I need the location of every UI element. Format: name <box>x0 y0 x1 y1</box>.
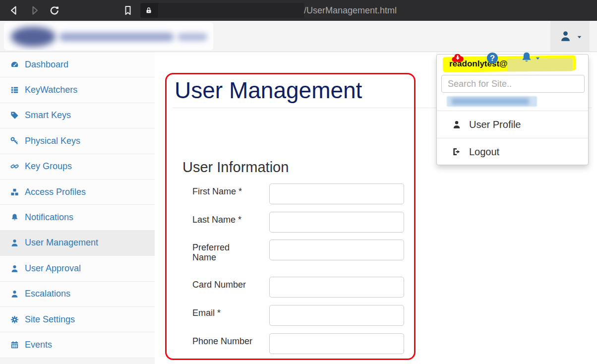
sidebar-item-physical-keys[interactable]: Physical Keys <box>0 128 155 154</box>
last-name-input[interactable] <box>269 212 404 233</box>
sidebar-item-label: Escalations <box>25 289 70 299</box>
forward-icon[interactable] <box>29 4 41 16</box>
menu-item-label: User Profile <box>469 119 521 130</box>
sidebar-item-label: Access Profiles <box>25 187 86 197</box>
url-bar[interactable] <box>140 3 304 18</box>
key-icon <box>10 136 19 146</box>
url-text: /UserManagement.html <box>304 0 397 21</box>
list-icon <box>10 85 19 95</box>
notifications-bell-icon[interactable] <box>520 51 534 64</box>
bookmark-icon[interactable] <box>122 4 134 16</box>
phone-number-input[interactable] <box>269 333 404 354</box>
logo-blur-blob <box>11 27 56 47</box>
card-number-input[interactable] <box>269 277 404 298</box>
logo-blur-text-tail <box>178 33 207 41</box>
app-header: ? <box>0 21 597 52</box>
dashboard-icon <box>10 60 19 69</box>
sidebar-item-label: Physical Keys <box>25 136 80 146</box>
account-menu-toggle[interactable] <box>550 21 590 52</box>
app-logo-redacted <box>4 22 213 50</box>
redacted-url <box>158 3 304 18</box>
sidebar-item-label: User Approval <box>25 263 81 274</box>
email-label: Email * <box>192 308 253 318</box>
card-number-label: Card Number <box>192 280 253 290</box>
cloud-download-icon[interactable] <box>451 51 465 65</box>
page-title: User Management <box>175 78 362 103</box>
logout-icon <box>452 147 462 157</box>
sidebar-item-notifications[interactable]: Notifications <box>0 205 155 230</box>
account-user-icon <box>559 29 572 43</box>
sidebar-item-events[interactable]: Events <box>0 332 155 358</box>
user-icon <box>10 289 19 299</box>
phone-number-label: Phone Number <box>192 336 253 346</box>
gear-icon <box>10 315 19 324</box>
section-title: User Information <box>182 159 289 176</box>
browser-toolbar: /UserManagement.html <box>0 0 597 21</box>
sidebar-item-label: KeyWatchers <box>25 85 77 95</box>
first-name-label: First Name * <box>192 186 253 196</box>
sidebar-item-access-profiles[interactable]: Access Profiles <box>0 180 155 205</box>
sidebar-item-label: User Management <box>25 238 98 248</box>
sidebar-item-label: Key Groups <box>25 161 72 172</box>
sidebar-item-label: Notifications <box>25 212 73 223</box>
site-search-input[interactable] <box>441 75 585 93</box>
menu-item-logout[interactable]: Logout <box>437 138 588 165</box>
redacted-site-name[interactable] <box>447 96 537 107</box>
back-icon[interactable] <box>8 4 20 16</box>
logo-blur-text <box>60 33 174 41</box>
account-caret-down-icon <box>576 34 583 40</box>
last-name-label: Last Name * <box>192 215 253 225</box>
calendar-icon <box>10 340 19 350</box>
user-icon <box>10 264 19 273</box>
sidebar-item-label: Smart Keys <box>25 110 71 121</box>
user-profile-icon <box>452 120 462 129</box>
sidebar-item-smart-keys[interactable]: Smart Keys <box>0 103 155 128</box>
sidebar-item-site-settings[interactable]: Site Settings <box>0 307 155 332</box>
bell-icon <box>10 213 19 222</box>
first-name-input[interactable] <box>269 183 404 204</box>
account-dropdown-menu: readonlytest@ User Profile Logout <box>436 54 589 165</box>
menu-item-user-profile[interactable]: User Profile <box>437 111 588 138</box>
refresh-icon[interactable] <box>49 4 60 16</box>
help-icon[interactable]: ? <box>485 51 499 65</box>
chain-icon <box>10 162 19 171</box>
sidebar-item-escalations[interactable]: Escalations <box>0 282 155 307</box>
lock-icon[interactable] <box>144 6 153 15</box>
email-input[interactable] <box>269 305 404 326</box>
sidebar-item-key-groups[interactable]: Key Groups <box>0 154 155 180</box>
sidebar-item-keywatchers[interactable]: KeyWatchers <box>0 77 155 103</box>
svg-text:?: ? <box>490 54 495 62</box>
sidebar-item-user-approval[interactable]: User Approval <box>0 256 155 281</box>
sidebar-item-user-management[interactable]: User Management <box>0 231 155 256</box>
user-icon <box>10 238 19 247</box>
sidebar-item-label: Dashboard <box>25 60 68 70</box>
cubes-icon <box>10 187 19 197</box>
sidebar-nav: Dashboard KeyWatchers Smart Keys Physica… <box>0 52 155 364</box>
sidebar-item-label: Site Settings <box>25 314 75 325</box>
sidebar-item-label: Events <box>25 340 52 350</box>
notifications-caret-down-icon[interactable] <box>534 56 541 61</box>
menu-item-label: Logout <box>469 146 499 158</box>
tag-icon <box>10 111 19 120</box>
sidebar-item-dashboard[interactable]: Dashboard <box>0 52 155 77</box>
preferred-name-label: Preferred Name <box>192 243 253 262</box>
preferred-name-input[interactable] <box>269 240 404 260</box>
